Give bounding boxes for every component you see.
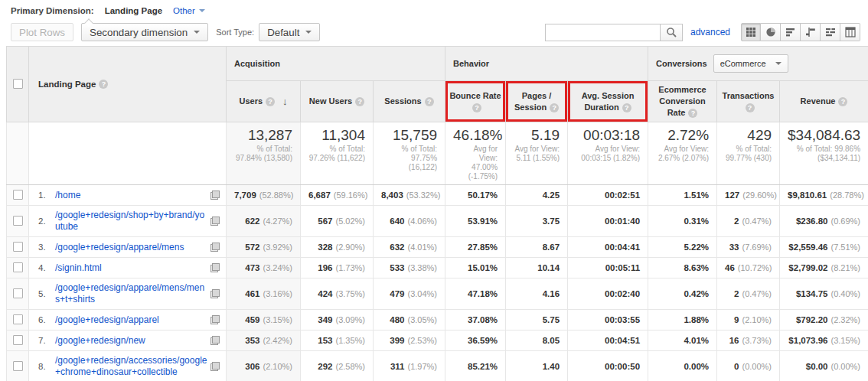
comparison-view-button[interactable] [801, 23, 821, 41]
help-icon[interactable]: ? [472, 103, 481, 112]
revenue-cell: $134.75(0.40%) [780, 278, 868, 310]
data-view-button[interactable] [741, 23, 761, 41]
pages-session-cell: 5.75 [506, 310, 568, 331]
open-page-icon[interactable] [210, 263, 220, 272]
open-page-icon[interactable] [210, 190, 220, 200]
help-icon[interactable]: ? [355, 97, 364, 106]
row-checkbox[interactable] [13, 314, 23, 324]
help-icon[interactable]: ? [550, 103, 559, 112]
help-icon[interactable]: ? [746, 103, 755, 112]
open-page-icon[interactable] [210, 362, 220, 371]
avg-session-duration-value: 00:02:40 [605, 289, 640, 298]
ecommerce-conversion-rate-column-header[interactable]: Ecommerce Conversion Rate? [648, 81, 717, 122]
row-checkbox[interactable] [13, 262, 23, 272]
avg-session-duration-value: 00:00:50 [605, 362, 640, 371]
table-row: 2. /google+redesign/shop+by+brand/youtub… [7, 206, 868, 237]
help-icon[interactable]: ? [99, 80, 108, 89]
landing-page-link[interactable]: /google+redesign/apparel/mens [55, 242, 210, 253]
sessions-percent: (3.38%) [408, 263, 438, 272]
revenue-column-header[interactable]: Revenue? [780, 81, 868, 122]
search-button[interactable] [660, 24, 683, 41]
advanced-search-link[interactable]: advanced [690, 27, 730, 37]
help-icon[interactable]: ? [688, 109, 697, 118]
pages-session-column-header[interactable]: Pages / Session? [506, 81, 568, 122]
landing-page-link[interactable]: /google+redesign/accessories/google+chro… [55, 355, 210, 378]
transactions-value: 0 [734, 362, 739, 371]
percentage-view-button[interactable] [761, 23, 781, 41]
avg-session-duration-value: 00:02:51 [605, 190, 640, 200]
transactions-column-header[interactable]: Transactions ? [717, 81, 780, 122]
search-input[interactable] [545, 24, 660, 41]
primary-dimension-label: Primary Dimension: [11, 6, 94, 15]
help-icon[interactable]: ? [622, 103, 631, 112]
primary-dimension-bar: Primary Dimension: Landing Page Other [0, 0, 868, 18]
totals-bounce-rate-note: Avg for View: 47.00% (-1.75%) [453, 145, 498, 181]
transactions-percent: (0.00%) [742, 362, 772, 371]
open-page-icon[interactable] [210, 315, 220, 324]
pivot-view-button[interactable] [840, 23, 860, 41]
secondary-dimension-label: Secondary dimension [90, 27, 188, 38]
row-checkbox[interactable] [13, 288, 23, 298]
primary-dimension-tab-landing-page[interactable]: Landing Page [105, 6, 162, 15]
help-icon[interactable]: ? [425, 97, 434, 106]
chevron-down-icon [775, 62, 782, 65]
transactions-percent: (3.73%) [742, 336, 772, 345]
primary-dimension-other-dropdown[interactable]: Other [173, 6, 205, 15]
conversions-goal-dropdown[interactable]: eCommerce [713, 54, 788, 73]
sessions-column-header[interactable]: Sessions? [374, 81, 445, 122]
open-page-icon[interactable] [210, 289, 220, 298]
new-users-cell: 6,687(59.16%) [301, 185, 374, 206]
users-value: 622 [245, 217, 259, 226]
select-all-checkbox[interactable] [13, 79, 23, 89]
plot-rows-button[interactable]: Plot Rows [11, 23, 73, 41]
totals-landing-page-cell [29, 122, 227, 185]
landing-page-cell: 1. /home [29, 185, 227, 206]
landing-page-link[interactable]: /signin.html [55, 262, 210, 274]
open-page-icon[interactable] [210, 243, 220, 252]
row-checkbox[interactable] [13, 190, 23, 200]
sort-type-dropdown[interactable]: Default [259, 23, 320, 41]
landing-page-link[interactable]: /google+redesign/shop+by+brand/youtube [55, 210, 210, 233]
pages-session-value: 5.75 [543, 315, 560, 324]
open-page-icon[interactable] [210, 217, 220, 226]
revenue-value: $9,810.61 [788, 190, 827, 200]
revenue-header-label: Revenue [801, 96, 836, 106]
landing-page-link[interactable]: /google+redesign/apparel [55, 314, 210, 326]
revenue-percent: (28.78%) [830, 190, 864, 200]
landing-page-link[interactable]: /google+redesign/new [55, 335, 210, 347]
row-checkbox[interactable] [13, 335, 23, 345]
sort-descending-icon: ↓ [282, 96, 288, 107]
transactions-cell: 2(0.47%) [717, 206, 780, 237]
bounce-rate-cell: 85.21% [445, 351, 506, 381]
avg-session-duration-value: 00:01:40 [605, 217, 640, 226]
landing-page-column-header[interactable]: Landing Page? [29, 47, 227, 122]
help-icon[interactable]: ? [838, 97, 847, 106]
bounce-rate-value: 50.17% [468, 190, 498, 200]
new-users-column-header[interactable]: New Users? [301, 81, 374, 122]
performance-view-button[interactable] [781, 23, 801, 41]
row-checkbox[interactable] [13, 242, 23, 252]
bounce-rate-value: 37.08% [468, 315, 498, 324]
select-all-header [7, 47, 29, 122]
term-cloud-view-button[interactable] [821, 23, 840, 41]
avg-session-duration-column-header[interactable]: Avg. Session Duration? [568, 81, 648, 122]
bounce-rate-column-header[interactable]: Bounce Rate? [445, 81, 506, 122]
row-checkbox[interactable] [13, 361, 23, 371]
sessions-cell: 311(1.97%) [374, 351, 445, 381]
open-page-icon[interactable] [210, 336, 220, 345]
sort-type-value: Default [267, 27, 299, 38]
revenue-value: $792.20 [796, 315, 828, 324]
sessions-cell: 479(3.04%) [374, 278, 445, 310]
bounce-rate-value: 15.01% [468, 263, 498, 272]
sessions-header-label: Sessions [384, 96, 421, 106]
users-column-header[interactable]: Users?↓ [227, 81, 301, 122]
ecommerce-conversion-rate-value: 4.01% [684, 336, 709, 345]
landing-page-link[interactable]: /google+redesign/apparel/mens/mens+t+shi… [55, 282, 210, 305]
users-percent: (3.15%) [263, 315, 292, 324]
landing-page-cell: 5. /google+redesign/apparel/mens/mens+t+… [29, 278, 227, 310]
row-checkbox[interactable] [13, 216, 23, 226]
help-icon[interactable]: ? [266, 97, 275, 106]
secondary-dimension-dropdown[interactable]: Secondary dimension [81, 23, 208, 41]
avg-session-duration-value: 00:05:11 [605, 263, 640, 272]
landing-page-link[interactable]: /home [55, 190, 210, 201]
